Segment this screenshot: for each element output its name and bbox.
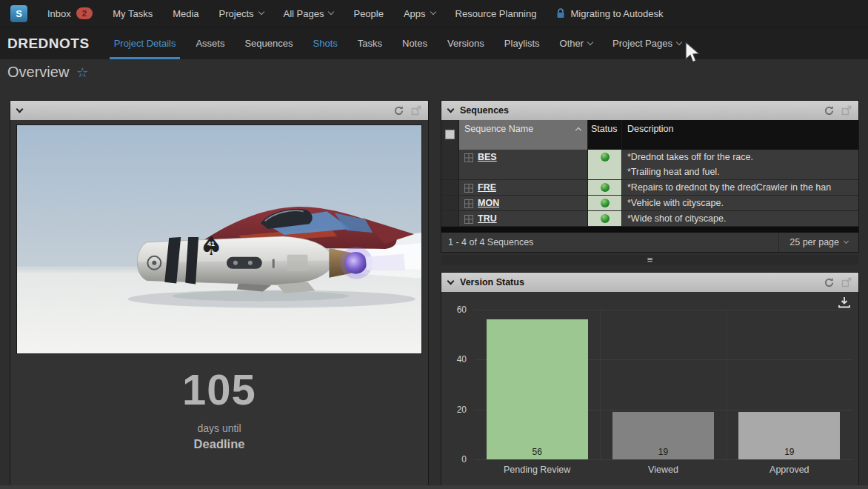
nav-apps-label: Apps [404,8,426,19]
nav-all-pages[interactable]: All Pages [284,8,334,19]
status-cell[interactable] [588,150,622,179]
sequence-name-cell: BES [459,150,588,179]
status-green-dot-icon [601,183,610,192]
nav-inbox-label: Inbox [47,8,71,19]
description-line: *Repairs to drednot by the dredCrawler i… [627,180,853,195]
sort-ascending-icon [575,127,581,133]
chevron-down-icon [328,9,334,15]
version-status-panel-header: Version Status [441,273,858,292]
description-header-label: Description [627,124,674,134]
bar-approved[interactable]: 19 [738,412,840,459]
bars-area: 56 19 19 [474,310,852,459]
global-nav-bar: S Inbox 2 My Tasks Media Projects All Pa… [0,0,868,27]
record-range-text: 1 - 4 of 4 Sequences [441,237,533,247]
nav-migrating-to-autodesk[interactable]: Migrating to Autodesk [556,8,663,19]
bar-slot: 56 [474,310,600,459]
pop-out-icon[interactable] [841,105,852,116]
nav-all-pages-label: All Pages [284,8,324,19]
nav-people[interactable]: People [353,8,383,19]
y-tick-label: 40 [441,354,467,365]
project-nav-bar: DREDNOTS Project Details Assets Sequence… [0,27,868,59]
column-header-description[interactable]: Description [622,120,858,150]
nav-my-tasks-label: My Tasks [113,8,153,19]
tab-playlists[interactable]: Playlists [504,27,540,59]
bar-pending-review[interactable]: 56 [487,319,588,459]
sequences-panel: Sequences Sequence Name Status Descripti… [441,101,858,252]
sequence-link[interactable]: FRE [478,182,496,193]
sequences-footer: 1 - 4 of 4 Sequences 25 per page [441,232,858,252]
collapse-chevron-icon[interactable] [16,105,24,113]
collapse-chevron-icon[interactable] [447,105,455,113]
tab-other-label: Other [560,38,584,49]
refresh-icon[interactable] [393,105,404,116]
nav-apps[interactable]: Apps [404,8,435,19]
chevron-down-icon [430,9,435,15]
column-header-sequence-name[interactable]: Sequence Name [459,120,588,150]
column-header-status[interactable]: Status [588,120,622,150]
version-status-panel-title: Version Status [460,277,524,287]
sequence-link[interactable]: MON [478,198,499,208]
per-page-selector[interactable]: 25 per page [778,233,858,252]
description-cell[interactable]: *Vehicle with cityscape. [622,196,858,210]
description-cell[interactable]: *Drednot takes off for the race. *Traili… [622,150,858,179]
tab-notes[interactable]: Notes [402,27,427,59]
status-header-label: Status [591,124,617,134]
description-cell[interactable]: *Wide shot of cityscape. [622,211,858,226]
nav-projects[interactable]: Projects [219,8,264,19]
tab-other[interactable]: Other [560,27,593,59]
x-axis-line [474,459,852,460]
status-cell[interactable] [588,196,622,210]
nav-resource-planning[interactable]: Resource Planning [455,8,537,19]
select-all-checkbox[interactable] [445,130,455,139]
tab-versions[interactable]: Versions [447,27,484,59]
logo-letter: S [16,8,22,19]
sequence-name-cell: FRE [459,180,588,195]
inbox-count-badge: 2 [76,7,93,19]
refresh-icon[interactable] [824,105,835,116]
sequences-table-header: Sequence Name Status Description [441,120,858,150]
shotgrid-logo[interactable]: S [10,5,27,22]
tab-tasks[interactable]: Tasks [358,27,382,59]
tab-sequences[interactable]: Sequences [244,27,293,59]
drag-handle-icon: ≡ [647,256,653,264]
tab-assets[interactable]: Assets [196,27,224,59]
tab-notes-label: Notes [402,38,427,49]
pop-out-icon[interactable] [411,105,421,116]
table-row: BES *Drednot takes off for the race. *Tr… [441,150,858,180]
table-row: FRE *Repairs to drednot by the dredCrawl… [441,180,858,196]
sequence-link[interactable]: BES [478,152,497,162]
chevron-down-icon [587,39,593,44]
row-gutter [441,196,459,210]
project-name[interactable]: DREDNOTS [7,36,90,52]
project-thumbnail[interactable]: ♠ 41 [16,124,422,354]
description-cell[interactable]: *Repairs to drednot by the dredCrawler i… [622,180,858,195]
bar-viewed[interactable]: 19 [612,412,714,459]
table-row: TRU *Wide shot of cityscape. [441,211,858,227]
status-cell[interactable] [588,211,622,226]
countdown-number: 105 [10,366,428,413]
nav-inbox[interactable]: Inbox 2 [47,7,93,19]
refresh-icon[interactable] [824,277,835,288]
collapse-chevron-icon[interactable] [447,277,455,285]
nav-media[interactable]: Media [173,8,198,19]
countdown-target: Deadline [10,437,428,451]
svg-text:41: 41 [207,240,215,247]
rocket-vehicle-image: ♠ 41 [17,125,421,353]
overview-widget-panel: ♠ 41 105 days until Deadline [10,101,428,485]
row-gutter [441,150,459,179]
tab-tasks-label: Tasks [358,38,382,49]
tab-project-pages[interactable]: Project Pages [612,27,681,59]
select-all-cell [441,120,459,150]
panel-resize-handle[interactable]: ≡ [441,255,858,265]
pop-out-icon[interactable] [841,277,852,287]
nav-projects-label: Projects [219,8,254,19]
nav-my-tasks[interactable]: My Tasks [113,8,153,19]
bar-value-label: 19 [738,447,840,457]
tab-project-details[interactable]: Project Details [114,27,176,59]
download-chart-icon[interactable] [838,296,851,308]
tab-shots[interactable]: Shots [313,27,338,59]
favorite-star-icon[interactable]: ☆ [76,64,88,81]
sequence-link[interactable]: TRU [478,213,497,224]
sequence-icon [464,184,473,193]
status-cell[interactable] [588,180,622,195]
